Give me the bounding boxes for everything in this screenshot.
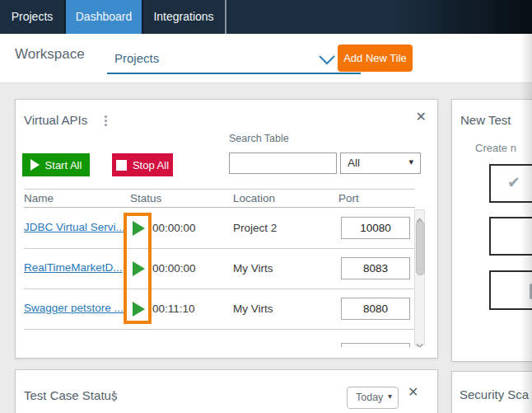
period-selected-value: Today (356, 392, 383, 403)
close-icon[interactable]: ✕ (408, 386, 418, 399)
table-row: RealTimeMarketD... 00:00:00 My Virts (24, 248, 415, 289)
status-time: 00:11:10 (152, 303, 195, 315)
virt-name-link[interactable]: JDBC Virtual Servi... (24, 221, 125, 233)
top-nav: Projects Dashboard Integrations (0, 0, 532, 34)
table-row: JDBC Virtual Servi... 00:00:00 Project 2 (24, 208, 415, 249)
tab-projects[interactable]: Projects (0, 0, 64, 34)
scrollbar-thumb[interactable] (416, 221, 425, 275)
new-test-option-button[interactable] (489, 270, 532, 310)
play-icon[interactable] (133, 302, 145, 317)
stop-icon (116, 160, 127, 171)
start-all-label: Start All (45, 159, 82, 171)
filter-selected-value: All (348, 157, 360, 169)
port-input[interactable] (341, 343, 410, 347)
close-icon[interactable]: ✕ (416, 110, 427, 124)
period-dropdown[interactable]: Today ▾ (347, 387, 399, 409)
filter-dropdown[interactable]: All ▾ (340, 153, 421, 174)
nav-divider (64, 0, 66, 34)
start-all-button[interactable]: Start All (22, 153, 90, 176)
port-input[interactable] (341, 217, 410, 239)
tile-title: Security Sca (460, 387, 529, 401)
security-scan-tile: Security Sca (451, 371, 532, 413)
workspace-label: Workspace (15, 46, 85, 63)
search-input[interactable] (229, 153, 337, 174)
play-icon (30, 159, 40, 171)
add-new-tile-button[interactable]: Add New Tile (338, 45, 413, 72)
kebab-menu-icon[interactable] (113, 391, 116, 403)
workspace-select[interactable]: Projects (107, 39, 361, 74)
table-row: Swagger petstore ... My Virts 00:11:10 (24, 289, 415, 330)
tab-integrations[interactable]: Integrations (143, 0, 224, 34)
port-input[interactable] (341, 257, 410, 279)
virtual-apis-tile: Virtual APIs ✕ Search Table All ▾ Start … (15, 99, 438, 359)
test-case-status-tile: Test Case Status Today ▾ ✕ (15, 369, 438, 413)
play-icon[interactable] (133, 261, 145, 276)
virt-name-link[interactable]: Swagger petstore ... (24, 302, 124, 314)
tab-dashboard[interactable]: Dashboard (66, 0, 142, 34)
create-label: Create n (475, 142, 516, 154)
workspace-selected-value: Projects (114, 51, 159, 65)
location-cell: Project 2 (233, 222, 277, 234)
table-scrollbar[interactable] (414, 209, 425, 345)
port-input[interactable] (341, 298, 410, 320)
column-header-status: Status (130, 192, 161, 204)
scroll-down-icon[interactable] (416, 337, 423, 343)
new-test-tile: New Test Create n ✔ (451, 99, 532, 362)
virt-name-link[interactable]: RealTimeMarketD... (24, 261, 123, 274)
location-cell: My Virts (233, 262, 273, 275)
stop-all-label: Stop All (133, 159, 169, 171)
tile-title: Test Case Status (24, 388, 117, 402)
dashboard-screen: Projects Dashboard Integrations Workspac… (0, 0, 532, 413)
chevron-down-icon (318, 54, 336, 68)
table-header: Name Status Location Port (24, 189, 415, 208)
check-icon: ✔ (507, 173, 520, 192)
location-cell: My Virts (233, 303, 273, 315)
tile-title: Virtual APIs (24, 113, 87, 127)
nav-divider (225, 0, 226, 34)
status-time: 00:00:00 (152, 222, 196, 234)
column-header-name: Name (24, 192, 54, 204)
tile-title: New Test (460, 113, 511, 127)
search-table-label: Search Table (229, 133, 289, 144)
new-test-option-button[interactable]: ✔ (489, 164, 532, 203)
stop-all-button[interactable]: Stop All (112, 153, 173, 176)
scroll-up-icon[interactable] (416, 212, 423, 218)
caret-down-icon: ▾ (388, 392, 392, 401)
new-test-option-button[interactable] (489, 217, 532, 256)
column-header-port: Port (338, 192, 359, 204)
status-time: 00:00:00 (152, 262, 196, 275)
virtual-apis-table: Name Status Location Port JDBC Virtual S… (24, 189, 426, 347)
workspace-bar: Workspace Projects Add New Tile (0, 34, 532, 82)
kebab-menu-icon[interactable] (105, 115, 108, 128)
table-row-partial (24, 329, 415, 347)
caret-down-icon: ▾ (408, 157, 413, 167)
nav-shadow (392, 0, 532, 34)
column-header-location: Location (233, 192, 275, 204)
nav-divider (142, 0, 143, 34)
play-icon[interactable] (133, 221, 145, 236)
